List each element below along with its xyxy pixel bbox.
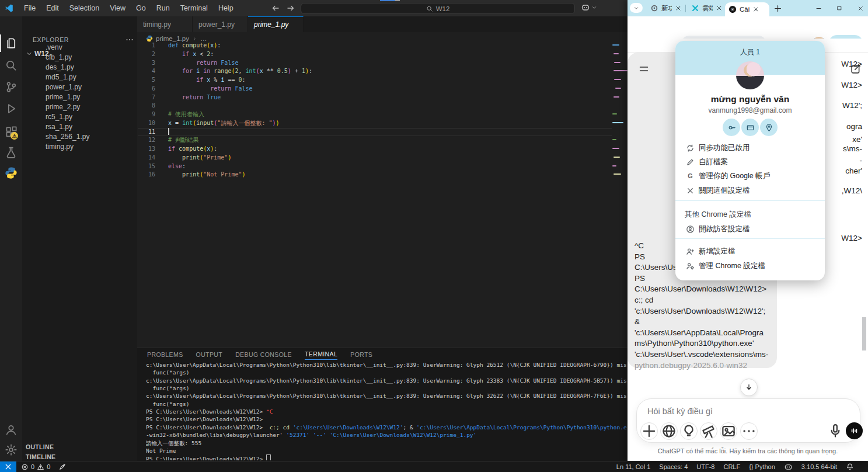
profile-menu-item[interactable]: 自訂檔案 <box>675 155 825 169</box>
menu-edit[interactable]: Edit <box>41 0 64 16</box>
menu-terminal[interactable]: Terminal <box>175 0 213 16</box>
new-tab-button[interactable] <box>773 4 782 13</box>
composer-plus-icon[interactable] <box>640 422 658 440</box>
editor-tab-prime_1.py[interactable]: prime_1.py <box>248 16 304 32</box>
status-problems[interactable]: 0 0 <box>21 461 67 472</box>
profile-menu-item[interactable]: 管理 Chrome 設定檔 <box>675 259 825 273</box>
back-icon[interactable] <box>271 4 280 13</box>
close-window-button[interactable] <box>853 0 868 16</box>
activity-search-icon[interactable] <box>5 59 18 72</box>
voice-mode-button[interactable] <box>846 422 863 439</box>
tree-item-md5_1.py[interactable]: md5_1.py <box>22 72 137 82</box>
activity-settings-gear-icon[interactable] <box>5 443 18 456</box>
status-ln-11-col-1[interactable]: Ln 11, Col 1 <box>616 463 651 470</box>
chrome-tab-2[interactable]: 雲端 <box>688 0 726 16</box>
menu-separator <box>675 238 825 239</box>
tab-close-icon[interactable] <box>716 5 723 12</box>
tree-item-cfb_1.py[interactable]: cfb_1.py <box>22 52 137 62</box>
copilot-menu[interactable] <box>581 3 597 12</box>
sidebar-section-outline[interactable]: OUTLINE <box>26 442 135 452</box>
command-center-search[interactable]: W12 <box>301 3 575 14</box>
code-line: if x < 2: <box>168 50 214 59</box>
panel-tab-debug-console[interactable]: DEBUG CONSOLE <box>235 351 292 360</box>
maximize-button[interactable] <box>832 0 847 16</box>
editor-tab-bar: timing.pypower_1.pyprime_1.py <box>137 16 628 32</box>
quick-action-card[interactable] <box>741 119 759 136</box>
tree-item-des_1.py[interactable]: des_1.py <box>22 62 137 72</box>
close-icon <box>857 5 864 12</box>
tab-close-icon[interactable] <box>675 5 682 12</box>
activity-testing-icon[interactable] <box>5 146 18 159</box>
profile-menu-item[interactable]: 關閉這個設定檔 <box>675 183 825 197</box>
tab-close-icon[interactable] <box>752 6 759 13</box>
activity-account-icon[interactable] <box>5 424 18 436</box>
editor-tab-timing.py[interactable]: timing.py <box>137 16 193 32</box>
minimize-button[interactable] <box>811 0 826 16</box>
tree-item-sha_256_1.py[interactable]: sha_256_1.py <box>22 131 137 141</box>
minimap-line <box>614 62 621 63</box>
menu-item-label: 自訂檔案 <box>699 157 728 167</box>
remote-icon <box>5 463 12 470</box>
composer-globe-icon[interactable] <box>660 422 678 440</box>
status-spaces-4[interactable]: Spaces: 4 <box>659 463 688 470</box>
quick-action-pin[interactable] <box>760 119 778 136</box>
terminal[interactable]: c:\Users\User\AppData\Local\Programs\Pyt… <box>146 361 627 460</box>
vscode-logo-icon <box>5 4 14 13</box>
minimize-icon <box>815 5 822 12</box>
chat-composer[interactable]: Hỏi bất kỳ điều gì <box>636 398 860 443</box>
chrome-tab-3[interactable]: ✳Cài <box>725 2 769 16</box>
page-scrollbar[interactable] <box>862 317 866 350</box>
composer-image-icon[interactable] <box>720 422 737 440</box>
menu-item-label: 管理 Chrome 設定檔 <box>699 261 765 271</box>
chrome-tab-1[interactable]: 新功 <box>647 0 685 16</box>
editor-tab-power_1.py[interactable]: power_1.py <box>193 16 248 32</box>
tree-item-timing.py[interactable]: timing.py <box>22 141 137 151</box>
tab-search-button[interactable] <box>630 3 643 13</box>
mic-icon[interactable] <box>827 422 843 439</box>
tree-item-rsa_1.py[interactable]: rsa_1.py <box>22 122 137 131</box>
composer-telescope-icon[interactable] <box>700 422 717 440</box>
tree-item-power_1.py[interactable]: power_1.py <box>22 82 137 92</box>
panel-tab-problems[interactable]: PROBLEMS <box>147 351 183 360</box>
quick-action-key[interactable] <box>723 119 740 136</box>
activity-files-icon[interactable] <box>5 37 18 50</box>
tree-item-prime_1.py[interactable]: prime_1.py <box>22 92 137 102</box>
line-number: 6 <box>138 85 155 93</box>
panel-tab-terminal[interactable]: TERMINAL <box>305 350 337 360</box>
status-3-10-5-64-bit[interactable]: 3.10.5 64-bit <box>801 463 837 470</box>
notifications-bell-icon[interactable] <box>846 463 854 471</box>
copilot-status-icon[interactable] <box>784 463 793 471</box>
menu-help[interactable]: Help <box>213 0 239 16</box>
menu-run[interactable]: Run <box>151 0 175 16</box>
menu-selection[interactable]: Selection <box>64 0 104 16</box>
profile-menu-item[interactable]: 同步功能已啟用 <box>675 141 825 155</box>
activity-python-icon[interactable] <box>5 166 18 179</box>
tree-item-prime_2.py[interactable]: prime_2.py <box>22 102 137 112</box>
forward-icon[interactable] <box>286 4 295 13</box>
composer-dots-h-icon[interactable] <box>740 422 758 440</box>
status-crlf[interactable]: CRLF <box>723 463 740 470</box>
panel-tab-ports[interactable]: PORTS <box>350 351 372 360</box>
profile-menu-item[interactable]: G管理你的 Google 帳戶 <box>675 169 825 183</box>
terminal-line: PS C:\Users\User\Downloads\W12\W12> <box>146 454 627 460</box>
activity-run-debug-icon[interactable] <box>5 102 18 115</box>
remote-indicator[interactable] <box>0 461 16 472</box>
status--python[interactable]: {} Python <box>749 463 775 470</box>
sidebar-section-timeline[interactable]: TIMELINE <box>26 452 135 461</box>
profile-menu-item[interactable]: 開啟訪客設定檔 <box>675 222 825 236</box>
profile-menu-item[interactable]: 新增設定檔 <box>675 244 825 258</box>
sidebar-toggle-icon[interactable] <box>638 63 650 75</box>
tree-item-.venv[interactable]: .venv <box>22 42 137 52</box>
panel-tab-output[interactable]: OUTPUT <box>196 351 223 360</box>
composer-bulb-icon[interactable] <box>680 422 698 440</box>
launch-icon[interactable] <box>58 463 67 471</box>
code-line: print("Not Prime") <box>168 171 246 179</box>
status-utf-8[interactable]: UTF-8 <box>696 463 714 470</box>
menu-go[interactable]: Go <box>131 0 151 16</box>
menu-file[interactable]: File <box>19 0 41 16</box>
scroll-to-bottom-button[interactable] <box>740 379 758 396</box>
activity-source-control-icon[interactable] <box>5 81 18 93</box>
search-icon <box>426 5 433 12</box>
tree-item-rc5_1.py[interactable]: rc5_1.py <box>22 112 137 122</box>
menu-view[interactable]: View <box>104 0 131 16</box>
